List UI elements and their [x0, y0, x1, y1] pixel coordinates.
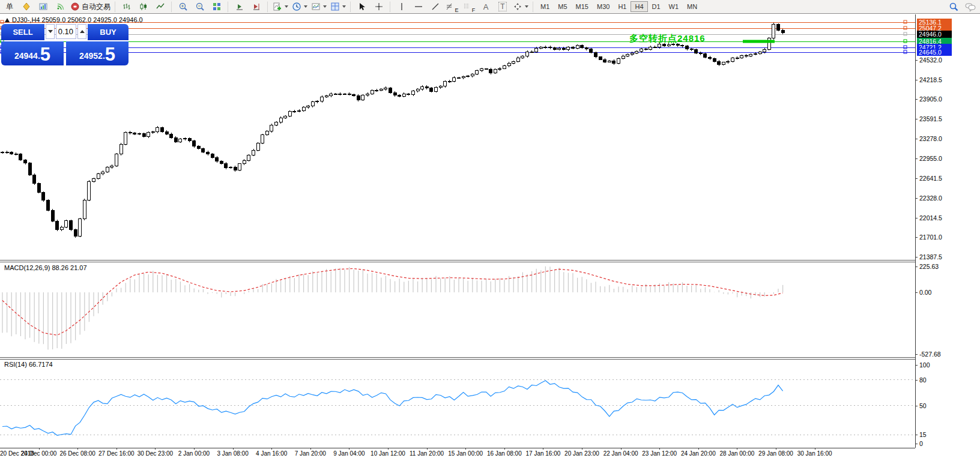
zoom-in-button[interactable] — [175, 1, 192, 13]
indicators-icon — [273, 2, 282, 11]
one-click-trading-panel: SELL 0.10 BUY 24944 . 5 24952 . 5 — [1, 24, 129, 65]
macd-label: MACD(12,26,9) 88.26 21.07 — [4, 264, 87, 271]
sell-button[interactable]: SELL — [1, 24, 44, 40]
clock-icon — [292, 2, 301, 11]
macd-chart[interactable] — [0, 262, 915, 357]
fibonacci-letter: E — [455, 7, 458, 13]
volume-value: 0.10 — [58, 27, 73, 36]
tile-windows-button[interactable] — [208, 1, 225, 13]
timeframe-m5[interactable]: M5 — [554, 1, 571, 12]
zoom-out-button[interactable] — [192, 1, 208, 13]
new-order-button[interactable]: 单 — [1, 1, 18, 13]
sell-button-label: SELL — [13, 28, 32, 37]
toolbar: 单 自动交易 — [0, 0, 980, 14]
time-axis-label: 11 Jan 20:00 — [410, 450, 444, 457]
bar-chart-button[interactable] — [118, 1, 135, 13]
buy-button[interactable]: BUY — [88, 24, 129, 40]
timeframe-m15[interactable]: M15 — [572, 1, 593, 12]
templates-button[interactable] — [309, 1, 328, 13]
price-axis-tick-label: 24532.0 — [919, 56, 942, 64]
autotrading-button[interactable]: 自动交易 — [68, 1, 112, 13]
horizontal-line-button[interactable] — [410, 1, 427, 13]
dropdown-caret-icon — [342, 5, 346, 8]
price-chart[interactable] — [0, 14, 915, 260]
time-axis-label: 30 Jan 16:00 — [797, 450, 832, 457]
sell-price-box[interactable]: 24944 . 5 — [1, 41, 64, 65]
text-tool-button[interactable]: A — [477, 1, 494, 13]
dropdown-caret-icon — [525, 5, 528, 8]
timeframe-d1[interactable]: D1 — [648, 1, 665, 12]
autotrading-icon — [70, 2, 80, 11]
candlestick-icon — [139, 2, 148, 11]
periods-button[interactable] — [290, 1, 309, 13]
toolbar-separator — [267, 2, 268, 12]
rsi-axis-tick-label: 100 — [919, 361, 930, 369]
time-axis-label: 30 Dec 23:00 — [138, 450, 174, 457]
template-icon — [311, 2, 321, 11]
auto-scroll-button[interactable] — [231, 1, 248, 13]
metaeditor-button[interactable] — [18, 1, 35, 13]
chat-button[interactable] — [962, 1, 979, 13]
crosshair-button[interactable] — [371, 1, 387, 13]
caret-up-icon — [80, 30, 85, 33]
trendline-button[interactable] — [427, 1, 444, 13]
candlestick-button[interactable] — [135, 1, 152, 13]
timeframe-h1[interactable]: H1 — [614, 1, 631, 12]
indicators-button[interactable] — [271, 1, 290, 13]
time-axis-label: 9 Jan 04:00 — [333, 450, 364, 457]
timeframe-m30[interactable]: M30 — [593, 1, 614, 12]
buy-price-box[interactable]: 24952 . 5 — [66, 41, 129, 65]
macd-axis-tick-label: -527.68 — [919, 351, 941, 358]
rsi-axis-tick-label: 0 — [919, 440, 923, 447]
dropdown-caret-icon — [323, 5, 327, 8]
cursor-arrow-icon — [357, 2, 367, 11]
time-axis-label: 27 Dec 16:00 — [98, 450, 135, 457]
buy-price-frac: 5 — [105, 46, 115, 64]
vertical-line-button[interactable] — [393, 1, 410, 13]
time-axis-label: 23 Jan 12:00 — [642, 450, 677, 457]
profiles-button[interactable] — [328, 1, 348, 13]
fibonacci-icon — [446, 2, 453, 11]
price-axis-tick-label: 23278.0 — [919, 135, 942, 142]
volume-increase-button[interactable] — [77, 24, 86, 39]
timeframe-w1[interactable]: W1 — [665, 1, 683, 12]
signals-icon — [55, 2, 65, 11]
price-level-label: 24721.2 — [917, 44, 952, 51]
signals-button[interactable] — [52, 1, 68, 13]
auto-scroll-icon — [235, 2, 244, 11]
timeframe-h4[interactable]: H4 — [631, 1, 647, 12]
channel-grid-icon — [463, 2, 470, 11]
mt4-window: 单 自动交易 — [0, 0, 980, 458]
label-tool-button[interactable]: T — [494, 1, 511, 13]
channel-button[interactable]: F — [461, 1, 477, 13]
shapes-button[interactable] — [511, 1, 530, 13]
profiles-icon — [330, 2, 340, 11]
toolbar-separator — [115, 2, 116, 12]
toolbar-separator — [228, 2, 229, 12]
line-chart-button[interactable] — [152, 1, 169, 13]
chart-shift-icon — [252, 2, 261, 11]
toolbar-separator — [171, 2, 172, 12]
symbol-info-text: DJ30-,H4 25059.0 25062.0 24925.0 24946.0 — [12, 16, 143, 23]
price-axis-tick-label: 22328.0 — [919, 194, 942, 202]
volume-decrease-button[interactable] — [46, 24, 55, 39]
rsi-chart[interactable] — [0, 360, 915, 448]
zoom-out-icon — [195, 2, 205, 11]
volume-field[interactable]: 0.10 — [56, 24, 76, 39]
timeframe-mn[interactable]: MN — [683, 1, 701, 12]
timeframe-group: M1M5M15M30H1H4D1W1MN — [536, 1, 701, 12]
buy-button-label: BUY — [100, 28, 116, 37]
timeframe-m1[interactable]: M1 — [536, 1, 554, 12]
zoom-in-icon — [178, 2, 188, 11]
cursor-button[interactable] — [354, 1, 371, 13]
market-watch-button[interactable] — [35, 1, 52, 13]
search-button[interactable] — [945, 1, 962, 13]
rsi-axis-tick-label: 50 — [919, 402, 927, 409]
chart-shift-button[interactable] — [248, 1, 265, 13]
line-chart-icon — [156, 2, 165, 11]
fibonacci-button[interactable]: E — [444, 1, 461, 13]
time-axis-label: 2 Jan 00:00 — [178, 450, 210, 457]
tile-windows-icon — [212, 2, 222, 11]
time-axis-label: 4 Jan 16:00 — [256, 450, 287, 457]
toolbar-separator — [533, 2, 534, 12]
